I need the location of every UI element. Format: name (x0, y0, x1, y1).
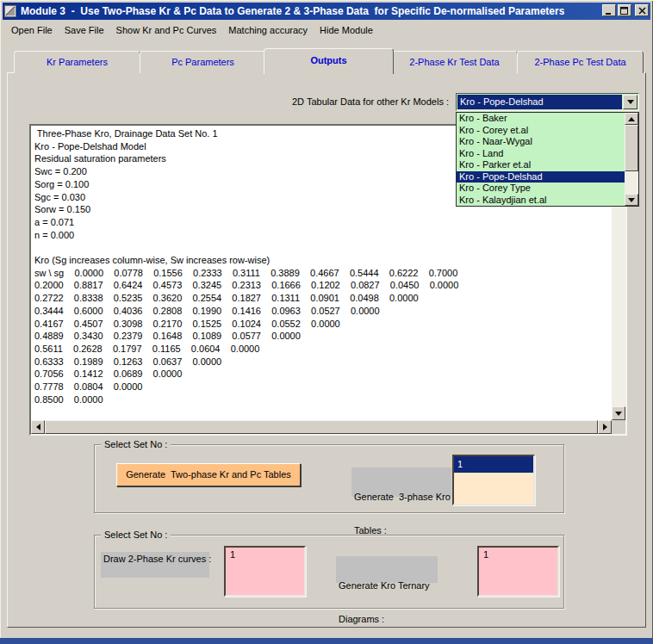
dropdown-scroll-up-button[interactable] (625, 113, 638, 125)
module3-window: Module 3 - Use Two-Phase Kr & Pc Data to… (0, 0, 653, 644)
arrow-left-icon (36, 424, 40, 430)
window-bottom-edge (0, 638, 653, 644)
menu-show-kr-pc-curves[interactable]: Show Kr and Pc Curves (110, 23, 223, 37)
horizontal-scroll-thumb[interactable] (45, 420, 598, 434)
dropdown-option-parker-etal[interactable]: Kro - Parker et.al (457, 159, 625, 171)
dropdown-option-pope-delshad[interactable]: Kro - Pope-Delshad (457, 171, 625, 183)
outputs-tab-panel: 2D Tabular Data for other Kr Models : Kr… (7, 72, 646, 628)
scroll-down-button[interactable] (612, 406, 625, 420)
generate-kro-ternary-diagrams-label: Generate Kro Ternary Diagrams : (336, 556, 438, 583)
generate-two-phase-tables-button[interactable]: Generate Two-phase Kr and Pc Tables (116, 463, 301, 486)
draw-kr-curves-set-item[interactable]: 1 (226, 548, 304, 560)
kr-model-combobox[interactable]: Kro - Pope-Delshad (456, 93, 639, 111)
dropdown-option-corey-etal[interactable]: Kro - Corey et.al (457, 125, 625, 137)
ternary-diagrams-set-listbox[interactable]: 1 (477, 546, 559, 597)
kr-models-label: 2D Tabular Data for other Kr Models : (208, 96, 449, 107)
kr-model-dropdown-list: Kro - Baker Kro - Corey et.al Kro - Naar… (456, 112, 639, 207)
chevron-down-icon (627, 100, 634, 104)
kr-model-selected-value: Kro - Pope-Delshad (457, 95, 622, 109)
tab-outputs[interactable]: Outputs (264, 48, 394, 74)
menu-save-file[interactable]: Save File (59, 23, 110, 37)
dropdown-scroll-down-button[interactable] (625, 194, 638, 206)
dropdown-option-land[interactable]: Kro - Land (457, 148, 625, 160)
horizontal-scrollbar[interactable] (31, 420, 612, 434)
scroll-right-button[interactable] (598, 420, 612, 434)
combo-dropdown-button[interactable] (623, 95, 637, 109)
arrow-right-icon (603, 424, 607, 430)
menu-matching-accuracy[interactable]: Matching accuracy (222, 23, 314, 37)
dropdown-option-corey-type[interactable]: Kro - Corey Type (457, 183, 625, 195)
minimize-button[interactable] (602, 4, 616, 16)
title-bar: Module 3 - Use Two-Phase Kr & Pc Data to… (3, 3, 650, 20)
arrow-down-icon (628, 198, 635, 202)
menu-hide-module[interactable]: Hide Module (314, 23, 379, 37)
dropdown-option-kalaydjian-etal[interactable]: Kro - Kalaydjian et.al (457, 195, 625, 207)
menu-bar: Open File Save File Show Kr and Pc Curve… (3, 22, 650, 39)
close-icon[interactable] (635, 4, 649, 16)
menu-open-file[interactable]: Open File (5, 23, 59, 37)
dropdown-scroll-thumb[interactable] (625, 125, 638, 171)
scroll-left-button[interactable] (31, 420, 45, 434)
scrollbar-corner (612, 420, 625, 434)
draw-kr-curves-set-listbox[interactable]: 1 (224, 546, 306, 597)
window-title: Module 3 - Use Two-Phase Kr & Pc Data to… (21, 5, 564, 17)
kro-tables-set-listbox[interactable]: 1 (452, 455, 535, 505)
dropdown-option-baker[interactable]: Kro - Baker (457, 113, 625, 125)
dropdown-scrollbar[interactable] (625, 113, 638, 206)
ternary-diagrams-set-item[interactable]: 1 (479, 548, 557, 560)
arrow-up-icon (628, 117, 635, 121)
tab-pc-parameters[interactable]: Pc Parameters (140, 51, 266, 73)
dropdown-option-naar-wygal[interactable]: Kro - Naar-Wygal (457, 136, 625, 148)
kro-tables-set-item-selected[interactable]: 1 (454, 456, 533, 473)
arrow-down-icon (615, 412, 622, 416)
draw-2phase-kr-curves-label: Draw 2-Phase Kr curves : (101, 552, 209, 578)
maximize-button[interactable] (618, 4, 631, 16)
tab-kr-parameters[interactable]: Kr Parameters (14, 51, 140, 73)
group1-legend: Select Set No : (101, 439, 171, 449)
tab-2phase-kr-test-data[interactable]: 2-Phase Kr Test Data (391, 51, 518, 73)
tab-2phase-pc-test-data[interactable]: 2-Phase Pc Test Data (517, 51, 644, 73)
app-icon (4, 5, 16, 17)
select-set-group-1: Select Set No : Generate Two-phase Kr an… (94, 444, 564, 513)
group2-legend: Select Set No : (101, 529, 171, 540)
select-set-group-2: Select Set No : Draw 2-Phase Kr curves :… (94, 535, 564, 609)
generate-3phase-kro-tables-label: Generate 3-phase Kro Tables : (351, 468, 451, 497)
